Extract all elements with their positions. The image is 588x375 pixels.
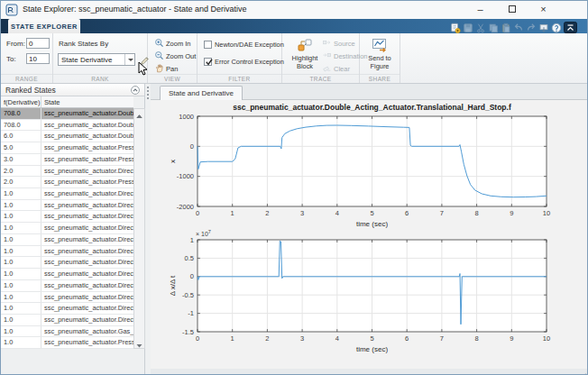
scroll-up-icon[interactable] xyxy=(134,109,144,119)
send-to-figure-button[interactable]: Send to Figure xyxy=(363,37,397,70)
cell-state: ssc_pneumatic_actuator.Double... xyxy=(41,120,133,131)
y-tick-label: -1.5 xyxy=(182,328,194,336)
section-range: From: 0 To: 10 RANGE xyxy=(1,33,53,83)
save-icon xyxy=(463,23,473,33)
cell-derivative: 1.0 xyxy=(1,269,41,279)
table-row[interactable]: 1.0ssc_pneumatic_actuator.Directi... xyxy=(1,280,133,292)
table-row[interactable]: 3.0ssc_pneumatic_actuator.Pressur... xyxy=(1,154,133,166)
table-row[interactable]: 1.0ssc_pneumatic_actuator.Pressur... xyxy=(1,337,133,349)
x-tick-label: 6 xyxy=(405,209,409,217)
cell-state: ssc_pneumatic_actuator.Pressur... xyxy=(41,177,133,188)
table-row[interactable]: 1.0ssc_pneumatic_actuator.Directi... xyxy=(1,257,133,269)
x-tick-label: 9 xyxy=(510,209,513,217)
minimize-button[interactable]: – xyxy=(464,1,496,19)
section-trace: Highlight Block TRACE SourceDestinationC… xyxy=(282,33,360,83)
highlight-block-icon xyxy=(297,37,313,53)
export-button[interactable] xyxy=(538,21,549,32)
cell-derivative: 1.0 xyxy=(1,303,41,314)
view-item-zoom-out[interactable]: Zoom Out xyxy=(154,50,196,61)
table-row[interactable]: 2.0ssc_pneumatic_actuator.Pressur... xyxy=(1,177,133,188)
cell-derivative: 708.0 xyxy=(1,120,41,131)
scroll-down-icon[interactable] xyxy=(134,338,144,348)
column-header-derivative[interactable]: f(Derivative) xyxy=(1,96,41,107)
table-row[interactable]: 1.0ssc_pneumatic_actuator.Directi... xyxy=(1,223,133,234)
view-item-zoom-in[interactable]: Zoom In xyxy=(154,38,191,49)
state-plot[interactable]: 012345678910-2000-100001000ssc_pneumatic… xyxy=(169,103,550,228)
section-filter: FILTER Newton/DAE ExceptionError Control… xyxy=(198,33,282,83)
section-rank: Rank States By State Derivative RANK xyxy=(53,33,148,83)
table-row[interactable]: 708.0ssc_pneumatic_actuator.Double... xyxy=(1,120,133,132)
axis-multiplier: × 107 xyxy=(196,229,211,237)
cell-derivative: 1.0 xyxy=(1,188,41,199)
resize-grip[interactable] xyxy=(580,368,587,375)
derivative-plot[interactable]: 012345678910-1.5-1-0.500.51time (sec)Δ x… xyxy=(169,229,550,353)
section-rank-label: RANK xyxy=(53,74,147,83)
table-row[interactable]: 1.0ssc_pneumatic_actuator.Directi... xyxy=(1,303,133,315)
x-tick-label: 7 xyxy=(440,209,444,217)
cell-state: ssc_pneumatic_actuator.Directi... xyxy=(41,303,133,314)
table-row[interactable]: 1.0ssc_pneumatic_actuator.Directi... xyxy=(1,234,133,246)
checkbox-newton-dae-exception[interactable]: Newton/DAE Exception xyxy=(204,41,284,49)
y-tick-label: -2000 xyxy=(177,203,194,211)
cell-state: ssc_pneumatic_actuator.Directi... xyxy=(41,166,133,177)
cell-state: ssc_pneumatic_actuator.Pressur... xyxy=(41,142,133,153)
cell-state: ssc_pneumatic_actuator.Pressur... xyxy=(41,154,133,165)
table-row[interactable]: 708.0ssc_pneumatic_actuator.Double... xyxy=(1,108,133,120)
table-row[interactable]: 1.0ssc_pneumatic_actuator.Directi... xyxy=(1,211,133,223)
help-button[interactable] xyxy=(551,21,562,32)
trace-item-source: Source xyxy=(322,38,355,49)
table-scrollbar[interactable] xyxy=(133,108,145,349)
cell-state: ssc_pneumatic_actuator.Directi... xyxy=(41,188,133,199)
view-item-pan[interactable]: Pan xyxy=(154,63,178,74)
redo-icon xyxy=(526,23,537,33)
tab-state-explorer[interactable]: STATE EXPLORER xyxy=(8,19,80,33)
cell-state: ssc_pneumatic_actuator.Double... xyxy=(41,131,133,142)
table-row[interactable]: 1.0ssc_pneumatic_actuator.Directi... xyxy=(1,200,133,212)
section-share-label: SHARE xyxy=(360,74,400,83)
zoom-out-icon xyxy=(154,50,164,60)
x-tick-label: 8 xyxy=(475,334,479,343)
states-table-header: f(Derivative) State xyxy=(1,96,133,108)
collapse-panel-icon[interactable] xyxy=(130,85,141,96)
table-row[interactable]: 1.0ssc_pneumatic_actuator.Directi... xyxy=(1,269,133,280)
cell-derivative: 1.0 xyxy=(1,234,41,245)
maximize-button[interactable] xyxy=(496,1,528,19)
table-row[interactable]: 1.0ssc_pneumatic_actuator.Directi... xyxy=(1,188,133,200)
tab-state-and-derivative[interactable]: State and Derivative xyxy=(160,86,243,100)
table-row[interactable]: 1.0ssc_pneumatic_actuator.Directi... xyxy=(1,315,133,326)
cell-derivative: 1.0 xyxy=(1,200,41,211)
table-row[interactable]: 2.0ssc_pneumatic_actuator.Directi... xyxy=(1,166,133,178)
table-row[interactable]: 1.0ssc_pneumatic_actuator.Directi... xyxy=(1,246,133,258)
cell-derivative: 1.0 xyxy=(1,292,41,303)
checkbox-error-control-exception[interactable]: Error Control Exception xyxy=(204,58,284,66)
checkbox-label: Error Control Exception xyxy=(215,58,284,66)
table-row[interactable]: 5.0ssc_pneumatic_actuator.Pressur... xyxy=(1,142,133,154)
cell-derivative: 1.0 xyxy=(1,257,41,268)
table-row[interactable]: 1.0ssc_pneumatic_actuator.Directi... xyxy=(1,292,133,304)
rank-dropdown[interactable]: State Derivative xyxy=(58,53,135,66)
destination-icon xyxy=(322,50,332,60)
y-tick-label: -0.5 xyxy=(182,291,194,299)
cell-state: ssc_pneumatic_actuator.Directi... xyxy=(41,211,133,222)
to-label: To: xyxy=(6,55,16,63)
maximize-icon xyxy=(509,5,516,13)
table-row[interactable]: 1.0ssc_pneumatic_actuator.Gas_Pr... xyxy=(1,326,133,338)
cut-icon xyxy=(475,23,486,33)
highlight-block-button[interactable]: Highlight Block xyxy=(289,37,320,70)
quick-access-toolbar xyxy=(450,21,562,32)
y-axis-label: Δ x/Δ t xyxy=(169,275,177,296)
from-input[interactable]: 0 xyxy=(26,38,50,49)
zoom-in-icon xyxy=(154,38,164,48)
column-header-state[interactable]: State xyxy=(41,96,133,107)
y-tick-label: 0 xyxy=(190,142,194,151)
document-area: State and Derivative 012345678910-2000-1… xyxy=(151,84,588,375)
ranked-states-header: Ranked States xyxy=(1,84,144,96)
highlight-block-label-2: Block xyxy=(297,62,313,70)
x-tick-label: 6 xyxy=(405,334,409,343)
collapse-ribbon-icon[interactable] xyxy=(564,21,577,32)
new-figure-button[interactable] xyxy=(450,21,461,32)
close-button[interactable]: × xyxy=(528,1,559,19)
to-input[interactable]: 10 xyxy=(26,53,50,64)
y-tick-label: 0 xyxy=(190,272,194,280)
table-row[interactable]: 6.0ssc_pneumatic_actuator.Double... xyxy=(1,131,133,142)
